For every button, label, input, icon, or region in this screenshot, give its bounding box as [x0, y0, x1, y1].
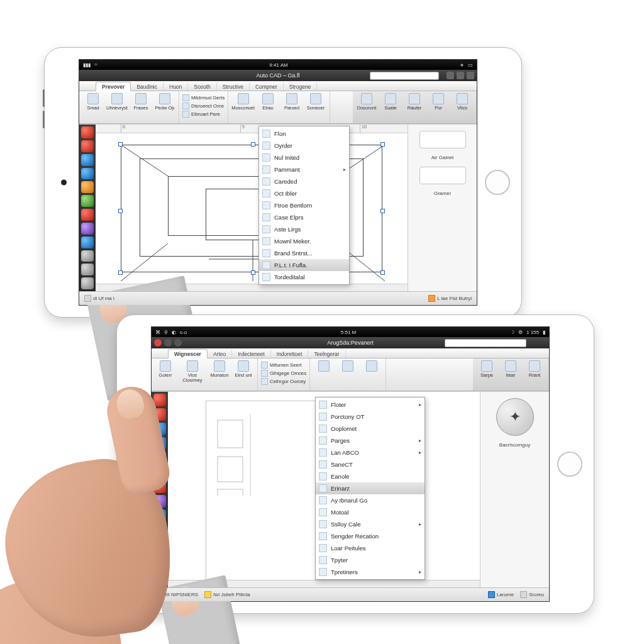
close-icon[interactable] — [467, 72, 474, 79]
menu-item[interactable]: Flon — [259, 128, 349, 140]
ribbon-mini-button[interactable]: Gihigege Omces — [261, 370, 306, 377]
ribbon-mini-button[interactable]: Mildrmud Gerts — [182, 94, 225, 101]
menu-item[interactable]: Oyrder — [259, 140, 349, 152]
menu-item[interactable]: Mownl Meker. — [259, 235, 349, 247]
ribbon-mini-button[interactable]: Celhrgor Oorcey — [261, 378, 306, 385]
ribbon-tab[interactable]: Compner — [250, 82, 284, 91]
traffic-max-icon[interactable] — [174, 339, 182, 347]
search-input[interactable] — [370, 72, 439, 80]
ribbon-mini-button[interactable]: Disroenct Orce — [182, 103, 225, 109]
ribbon-button[interactable]: Soneoer — [305, 93, 326, 111]
dock-tool-icon[interactable] — [81, 168, 94, 180]
dock-tool-icon[interactable] — [153, 408, 166, 421]
menu-item[interactable]: Eanole — [316, 470, 425, 482]
dock-tool-icon[interactable] — [153, 480, 166, 493]
ribbon-tab[interactable]: Indorettoet — [271, 350, 309, 358]
home-button[interactable] — [485, 170, 510, 195]
thumbnail-card[interactable] — [419, 167, 466, 184]
resize-handle[interactable] — [380, 142, 385, 147]
menu-item[interactable]: SaneCT — [316, 458, 425, 470]
resize-handle[interactable] — [380, 209, 385, 213]
resize-handle[interactable] — [118, 142, 123, 147]
max-icon[interactable] — [457, 72, 464, 79]
dock-tool-icon[interactable] — [153, 452, 166, 464]
menu-item[interactable]: Tpretiners▸ — [316, 566, 425, 578]
dock-tool-icon[interactable] — [153, 394, 166, 406]
ribbon-button[interactable] — [313, 360, 335, 373]
ribbon-button[interactable]: Frases — [130, 93, 152, 111]
ribbon-button[interactable]: Itear — [500, 360, 521, 378]
menu-item[interactable]: Floter▸ — [316, 399, 425, 411]
resize-handle[interactable] — [118, 270, 123, 275]
menu-item[interactable]: Loar Peitules — [316, 542, 425, 554]
dock-tool-icon[interactable] — [81, 195, 94, 207]
menu-item[interactable]: Case Elprs — [259, 211, 349, 223]
volume-up-button[interactable] — [43, 89, 45, 107]
thumbnail-card[interactable] — [419, 131, 466, 148]
search-input[interactable] — [445, 339, 526, 347]
ribbon-button[interactable]: Pedw Op — [154, 93, 175, 111]
dock-tool-icon[interactable] — [81, 181, 94, 193]
ribbon-button[interactable]: Dosorunt — [356, 93, 377, 111]
dock-tool-icon[interactable] — [81, 236, 94, 248]
dock-tool-icon[interactable] — [81, 277, 94, 289]
ribbon-tab[interactable]: Wignescer — [168, 349, 208, 358]
dock-tool-icon[interactable] — [81, 223, 94, 235]
ribbon-button[interactable] — [337, 360, 358, 373]
dock-tool-icon[interactable] — [153, 423, 166, 435]
horizontal-scrollbar[interactable] — [96, 284, 408, 291]
ribbon-tab[interactable]: Prevover — [96, 82, 131, 91]
menu-item[interactable]: Ftroe Bentlorn — [259, 199, 349, 211]
menu-item[interactable]: Parges▸ — [316, 435, 425, 447]
menu-item[interactable]: Tordeditalal — [259, 271, 349, 283]
resize-handle[interactable] — [251, 270, 255, 275]
ribbon-button[interactable]: Vice Closriney — [179, 360, 206, 383]
ribbon-tab[interactable]: Irdecteneet — [232, 350, 271, 358]
min-icon[interactable] — [447, 72, 454, 79]
ribbon-button[interactable]: Rauter — [404, 93, 425, 111]
ribbon-button[interactable]: Eind unl — [233, 360, 254, 378]
traffic-close-icon[interactable] — [154, 339, 162, 347]
ribbon-tab[interactable]: Arteo — [208, 350, 232, 358]
ribbon-button[interactable]: Munaton — [209, 360, 230, 378]
dock-tool-icon[interactable] — [153, 567, 166, 580]
ribbon-button[interactable]: Golerr — [155, 360, 176, 378]
dock-tool-icon[interactable] — [153, 524, 166, 536]
ribbon-tab[interactable]: Teelngerar — [308, 350, 345, 358]
dock-tool-icon[interactable] — [153, 437, 166, 450]
dock-tool-icon[interactable] — [81, 209, 94, 221]
scrollbar-thumb[interactable] — [158, 575, 248, 644]
menu-item[interactable]: Pammant▸ — [259, 164, 349, 175]
menu-item[interactable]: Ay Ibnarul Go — [316, 494, 425, 506]
dock-tool-icon[interactable] — [81, 140, 94, 152]
menu-item[interactable]: Sengder Recation — [316, 530, 425, 542]
dock-tool-icon[interactable] — [153, 553, 166, 565]
menu-item[interactable]: Brand Sntrst... — [259, 247, 349, 259]
menu-item[interactable]: Tpyter — [316, 554, 425, 566]
ribbon-button[interactable] — [361, 360, 382, 373]
menu-item[interactable]: Aste Lirgs — [259, 223, 349, 235]
dock-tool-icon[interactable] — [153, 509, 166, 522]
ribbon-button[interactable]: Mosconuet — [231, 93, 255, 111]
menu-item[interactable]: Porctony OT — [316, 411, 425, 423]
ribbon-button[interactable]: Sarpe — [476, 360, 497, 378]
ribbon-button[interactable]: Por — [428, 93, 449, 111]
dock-tool-icon[interactable] — [153, 538, 166, 551]
menu-item[interactable]: Careded — [259, 175, 349, 187]
ribbon-mini-button[interactable]: Elbroart Pere — [182, 111, 225, 118]
ribbon-button[interactable]: Uhnevryst — [106, 93, 128, 111]
ribbon-button[interactable]: Suate — [380, 93, 401, 111]
ribbon-button[interactable]: Vlics — [452, 93, 473, 111]
traffic-min-icon[interactable] — [164, 339, 172, 347]
ribbon-tab[interactable]: Structive — [217, 82, 250, 91]
menu-item[interactable]: Erinarz — [316, 482, 425, 494]
home-button[interactable] — [557, 452, 582, 477]
ribbon-tab[interactable]: Huon — [164, 82, 188, 91]
dock-tool-icon[interactable] — [81, 154, 94, 166]
volume-down-button[interactable] — [43, 111, 45, 128]
menu-item[interactable]: Motoal — [316, 506, 425, 518]
ribbon-button[interactable]: Elrao — [257, 93, 279, 111]
ribbon-tab[interactable]: Strogene — [284, 82, 318, 91]
menu-item[interactable]: Nul Inited — [259, 152, 349, 164]
ribbon-tab[interactable]: Sceoth — [188, 82, 216, 91]
